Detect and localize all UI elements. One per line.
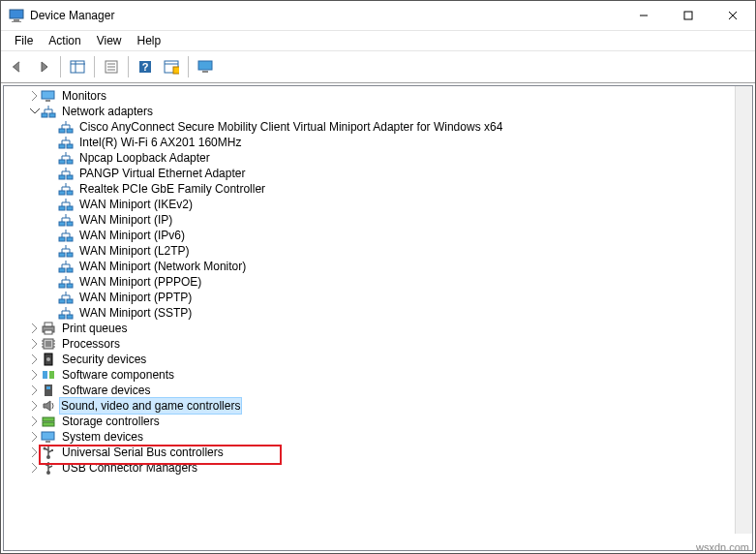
tree-item-network-adapter[interactable]: PANGP Virtual Ethernet Adapter (4, 166, 752, 181)
tree-item-network-adapter[interactable]: WAN Miniport (L2TP) (4, 243, 752, 259)
separator-icon (128, 56, 129, 77)
window-title: Device Manager (30, 9, 621, 22)
security-icon (41, 352, 56, 367)
tree-item-network-adapter[interactable]: WAN Miniport (IKEv2) (4, 197, 752, 212)
tree-item-network-adapter[interactable]: Intel(R) Wi-Fi 6 AX201 160MHz (4, 135, 752, 150)
tree-item-label: WAN Miniport (IKEv2) (77, 197, 195, 212)
svg-rect-101 (59, 315, 65, 319)
titlebar: Device Manager (1, 1, 755, 31)
tree-item-software-components[interactable]: Software components (4, 367, 752, 383)
tree-item-label: WAN Miniport (SSTP) (77, 305, 194, 321)
network-adapter-icon (58, 243, 74, 259)
forward-button[interactable] (31, 54, 56, 79)
svg-rect-41 (59, 160, 65, 164)
tree-item-label: PANGP Virtual Ethernet Adapter (77, 166, 247, 181)
svg-rect-66 (67, 222, 73, 226)
expand-icon[interactable] (27, 415, 41, 428)
svg-rect-60 (67, 206, 73, 210)
properties-button[interactable] (99, 54, 124, 79)
device-tree[interactable]: MonitorsNetwork adaptersCisco AnyConnect… (3, 85, 753, 551)
svg-rect-24 (49, 113, 55, 117)
svg-rect-36 (67, 144, 73, 148)
tree-item-network-adapter[interactable]: WAN Miniport (IP) (4, 212, 752, 228)
maximize-button[interactable] (666, 1, 711, 30)
tree-item-usb-controllers[interactable]: Universal Serial Bus controllers (4, 445, 752, 460)
tree-item-network-adapter[interactable]: Realtek PCIe GbE Family Controller (4, 181, 752, 197)
svg-rect-20 (202, 71, 208, 73)
svg-rect-47 (59, 175, 65, 179)
tree-item-label: Storage controllers (60, 414, 162, 429)
tree-item-label: Monitors (60, 88, 108, 104)
watermark-text: wsxdn.com (696, 541, 749, 553)
svg-rect-29 (59, 129, 65, 133)
tree-item-processors[interactable]: Processors (4, 336, 752, 352)
expand-icon[interactable] (27, 353, 41, 366)
software-device-icon (41, 383, 56, 398)
tree-item-network-adapter[interactable]: Cisco AnyConnect Secure Mobility Client … (4, 119, 752, 135)
tree-item-network-adapter[interactable]: WAN Miniport (PPPOE) (4, 274, 752, 290)
tree-item-network-adapter[interactable]: Npcap Loopback Adapter (4, 150, 752, 166)
tree-item-label: Cisco AnyConnect Secure Mobility Client … (77, 119, 504, 135)
menu-action[interactable]: Action (41, 32, 88, 49)
network-adapter-icon (58, 290, 74, 305)
tree-item-network-adapter[interactable]: WAN Miniport (Network Monitor) (4, 259, 752, 274)
tree-item-network-adapter[interactable]: WAN Miniport (IPv6) (4, 228, 752, 243)
tree-item-label: Universal Serial Bus controllers (60, 445, 226, 460)
tree-item-security-devices[interactable]: Security devices (4, 352, 752, 367)
svg-rect-109 (45, 330, 52, 334)
svg-rect-96 (67, 299, 73, 303)
close-button[interactable] (711, 1, 755, 30)
vertical-scrollbar[interactable] (735, 86, 752, 534)
scan-hardware-button[interactable] (159, 54, 184, 79)
network-adapter-icon (58, 197, 74, 212)
system-icon (41, 429, 56, 445)
content-area: MonitorsNetwork adaptersCisco AnyConnect… (1, 83, 755, 553)
expand-icon[interactable] (27, 368, 41, 382)
help-button[interactable]: ? (133, 54, 158, 79)
expand-icon[interactable] (27, 337, 41, 351)
tree-item-label: WAN Miniport (PPPOE) (77, 274, 203, 290)
network-adapter-icon (58, 274, 74, 290)
expand-icon[interactable] (27, 461, 41, 475)
menu-bar: File Action View Help (1, 31, 755, 50)
sound-icon (41, 398, 56, 414)
expand-icon[interactable] (27, 384, 41, 397)
svg-rect-1 (14, 19, 19, 21)
tree-item-sound-video-game[interactable]: Sound, video and game controllers (4, 398, 752, 414)
svg-point-119 (46, 357, 50, 361)
tree-item-label: WAN Miniport (IPv6) (77, 228, 187, 243)
svg-text:?: ? (142, 61, 149, 73)
tree-item-print-queues[interactable]: Print queues (4, 321, 752, 336)
tree-item-software-devices[interactable]: Software devices (4, 383, 752, 398)
expand-icon[interactable] (27, 399, 41, 413)
svg-rect-122 (45, 385, 52, 396)
svg-rect-19 (198, 61, 212, 70)
tree-item-label: Software components (60, 367, 176, 383)
tree-item-system-devices[interactable]: System devices (4, 429, 752, 445)
minimize-button[interactable] (621, 1, 666, 30)
monitor-button[interactable] (193, 54, 218, 79)
svg-rect-59 (59, 206, 65, 210)
expand-icon[interactable] (27, 89, 41, 103)
tree-item-usb-managers[interactable]: USB Connector Managers (4, 460, 752, 476)
svg-rect-125 (43, 422, 54, 426)
network-adapter-icon (58, 166, 74, 181)
tree-item-label: Realtek PCIe GbE Family Controller (77, 181, 267, 197)
svg-rect-84 (67, 268, 73, 272)
back-button[interactable] (5, 54, 30, 79)
tree-item-network-adapter[interactable]: WAN Miniport (PPTP) (4, 290, 752, 305)
tree-item-storage-controllers[interactable]: Storage controllers (4, 414, 752, 429)
tree-item-monitors[interactable]: Monitors (4, 88, 752, 104)
expand-icon[interactable] (27, 322, 41, 335)
expand-icon[interactable] (27, 446, 41, 459)
menu-help[interactable]: Help (130, 32, 169, 49)
collapse-icon[interactable] (27, 105, 41, 118)
menu-file[interactable]: File (7, 32, 41, 49)
expand-icon[interactable] (27, 430, 41, 444)
tree-item-network-adapters[interactable]: Network adapters (4, 104, 752, 119)
menu-view[interactable]: View (89, 32, 130, 49)
show-hide-tree-button[interactable] (65, 54, 90, 79)
svg-rect-72 (67, 237, 73, 241)
tree-item-label: Network adapters (60, 104, 155, 119)
tree-item-network-adapter[interactable]: WAN Miniport (SSTP) (4, 305, 752, 321)
